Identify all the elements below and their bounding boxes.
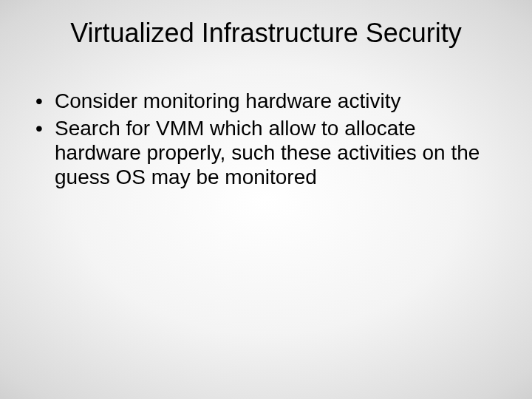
slide: Virtualized Infrastructure Security Cons…: [0, 0, 532, 399]
list-item: Consider monitoring hardware activity: [31, 89, 488, 113]
slide-body: Consider monitoring hardware activity Se…: [31, 89, 488, 192]
bullet-list: Consider monitoring hardware activity Se…: [31, 89, 488, 189]
list-item: Search for VMM which allow to allocate h…: [31, 116, 488, 189]
slide-title: Virtualized Infrastructure Security: [0, 18, 532, 49]
